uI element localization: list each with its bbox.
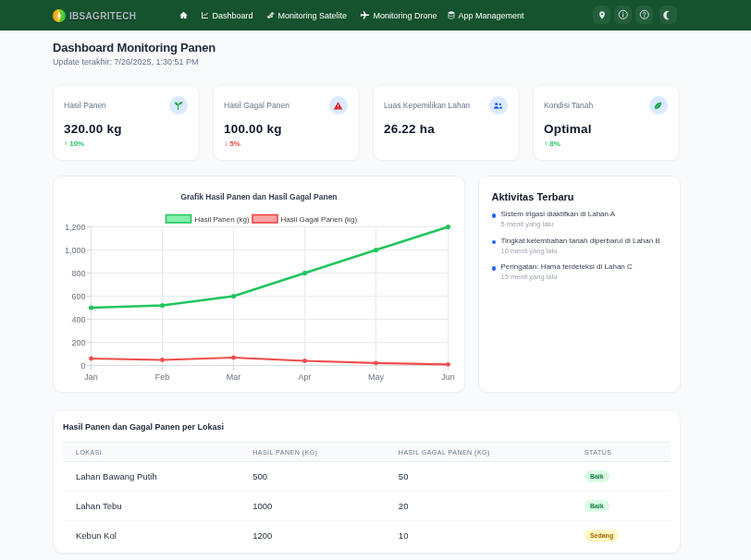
svg-text:Jun: Jun [441,372,455,382]
svg-text:May: May [368,372,385,382]
svg-text:1,200: 1,200 [65,223,86,232]
svg-text:400: 400 [71,315,85,324]
svg-text:Hasil Gagal Panen (kg): Hasil Gagal Panen (kg) [281,215,358,224]
svg-text:600: 600 [71,292,85,301]
svg-text:Grafik Hasil Panen dan Hasil G: Grafik Hasil Panen dan Hasil Gagal Panen [180,192,337,201]
svg-text:0: 0 [80,361,85,371]
svg-text:Mar: Mar [227,372,241,382]
svg-text:800: 800 [71,269,85,278]
svg-text:Feb: Feb [155,372,170,382]
svg-text:200: 200 [71,338,85,347]
svg-text:Jan: Jan [84,372,98,382]
svg-text:Apr: Apr [298,372,311,382]
svg-text:1,000: 1,000 [65,246,86,255]
svg-text:Hasil Panen (kg): Hasil Panen (kg) [195,215,250,224]
